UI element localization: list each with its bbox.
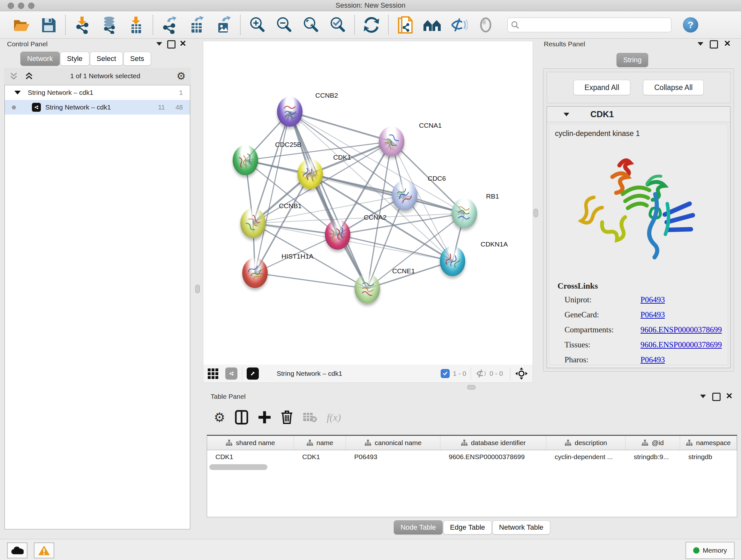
selected-checkbox[interactable]	[441, 369, 450, 378]
network-node-CDC25B[interactable]	[232, 145, 258, 175]
left-splitter-handle[interactable]	[195, 285, 200, 293]
table-cell: stringdb:9...	[625, 453, 680, 461]
tab-network-table[interactable]: Network Table	[492, 520, 550, 535]
save-session-button[interactable]	[39, 15, 58, 35]
show-all-button[interactable]	[476, 15, 495, 35]
column-header-name[interactable]: name	[294, 436, 346, 450]
column-header--id[interactable]: @id	[625, 436, 680, 450]
table-panel-collapse-icon[interactable]	[700, 395, 706, 398]
network-node-HIST1H1A[interactable]	[242, 258, 268, 288]
collapse-all-icon[interactable]	[9, 71, 18, 81]
zoom-out-button[interactable]	[274, 15, 293, 35]
crosslink-link[interactable]: 9606.ENSP00000378699	[641, 340, 722, 349]
tab-node-table[interactable]: Node Table	[394, 520, 443, 535]
zoom-in-button[interactable]	[248, 15, 267, 35]
birdseye-grid-icon[interactable]	[208, 368, 218, 379]
open-session-button[interactable]	[12, 15, 31, 35]
network-node-CDC6[interactable]	[392, 180, 417, 210]
table-panel-float-icon[interactable]	[712, 393, 721, 401]
warning-button[interactable]	[34, 543, 54, 558]
network-edge[interactable]	[367, 261, 453, 289]
export-image-button[interactable]	[214, 15, 233, 35]
control-panel-close-icon[interactable]: ✕	[179, 40, 186, 47]
table-options-gear-icon[interactable]: ⚙	[214, 411, 225, 424]
tab-select[interactable]: Select	[90, 52, 123, 66]
function-builder-button[interactable]: f(x)	[327, 412, 341, 423]
refresh-button[interactable]	[362, 15, 381, 35]
column-header-canonical-name[interactable]: canonical name	[346, 436, 441, 450]
crosslink-link[interactable]: P06493	[641, 355, 665, 364]
crosslink-link[interactable]: P06493	[641, 310, 665, 319]
network-row[interactable]: String Network – cdk1 11 48	[5, 100, 190, 115]
window-minimize-light[interactable]	[18, 3, 24, 9]
control-panel-tabs: NetworkStyleSelectSets	[20, 52, 151, 66]
collapse-all-button[interactable]: Collapse All	[643, 80, 704, 95]
gene-collapse-icon[interactable]	[563, 113, 569, 116]
column-header-shared-name[interactable]: shared name	[207, 436, 294, 450]
share-view-icon[interactable]	[225, 368, 238, 380]
bottom-splitter-handle[interactable]	[467, 385, 475, 389]
network-edge[interactable]	[338, 235, 453, 261]
network-collection-row[interactable]: String Network – cdk1 1	[5, 85, 190, 100]
network-node-RB1[interactable]	[452, 198, 477, 228]
open-in-browser-icon[interactable]	[247, 368, 259, 380]
table-row[interactable]: CDK1CDK1P064939606.ENSP00000378699cyclin…	[207, 450, 737, 463]
network-node-CCNB2[interactable]	[277, 97, 302, 127]
export-network-button[interactable]	[160, 15, 179, 35]
delete-column-icon[interactable]	[281, 410, 293, 425]
string-home-button[interactable]	[422, 15, 442, 35]
network-canvas[interactable]: CCNB2CCNA1CDC25BCDK1CDC6RB1CCNB1CCNA2CDK…	[203, 41, 533, 365]
right-splitter-handle[interactable]	[534, 209, 538, 217]
tab-string[interactable]: String	[616, 53, 648, 67]
import-table-button[interactable]	[126, 15, 145, 35]
gene-card-header[interactable]: CDK1	[547, 107, 730, 122]
cloud-button[interactable]	[7, 543, 27, 558]
window-zoom-light[interactable]	[28, 3, 35, 9]
network-node-CCNA1[interactable]	[379, 126, 404, 157]
network-edge[interactable]	[255, 273, 367, 289]
tree-expand-icon[interactable]	[14, 91, 21, 95]
help-button[interactable]: ?	[683, 17, 698, 33]
network-edge[interactable]	[290, 112, 392, 141]
results-panel-collapse-icon[interactable]	[697, 42, 703, 46]
network-node-CCNA2[interactable]	[325, 220, 350, 250]
search-field[interactable]	[508, 17, 671, 32]
crosslink-link[interactable]: P06493	[641, 295, 665, 304]
import-network-database-button[interactable]	[99, 15, 119, 35]
zoom-fit-button[interactable]	[301, 15, 320, 35]
export-table-button[interactable]	[187, 15, 206, 35]
share-file-button[interactable]	[396, 15, 415, 35]
network-edge[interactable]	[290, 112, 367, 289]
tab-style[interactable]: Style	[60, 52, 89, 66]
create-column-icon[interactable]	[258, 410, 271, 425]
results-panel-close-icon[interactable]: ✕	[724, 40, 731, 47]
pan-target-icon[interactable]	[515, 367, 528, 380]
expand-all-icon[interactable]	[24, 71, 34, 81]
column-header-database-identifier[interactable]: database identifier	[441, 436, 546, 450]
memory-button[interactable]: Memory	[685, 542, 735, 559]
crosslink-link[interactable]: 9606.ENSP00000378699	[641, 325, 722, 334]
expand-all-button[interactable]: Expand All	[574, 80, 630, 95]
zoom-selected-button[interactable]	[328, 15, 347, 35]
network-node-CDK1[interactable]	[297, 159, 323, 189]
hide-selected-button[interactable]	[449, 15, 468, 35]
horizontal-scrollbar-thumb[interactable]	[209, 464, 267, 470]
import-network-file-button[interactable]	[73, 15, 92, 35]
control-panel-float-icon[interactable]	[167, 40, 176, 49]
column-header-namespace[interactable]: namespace	[680, 436, 737, 450]
results-panel-float-icon[interactable]	[710, 40, 718, 49]
network-node-CCNB1[interactable]	[240, 208, 266, 238]
network-node-CCNE1[interactable]	[354, 273, 380, 304]
column-header-description[interactable]: description	[546, 436, 625, 450]
delete-table-icon[interactable]	[302, 412, 317, 423]
network-options-gear-icon[interactable]: ⚙	[177, 71, 186, 81]
tab-edge-table[interactable]: Edge Table	[443, 520, 492, 535]
network-node-CDKN1A[interactable]	[440, 246, 465, 276]
control-panel-collapse-icon[interactable]	[156, 42, 162, 46]
search-input[interactable]	[522, 21, 668, 29]
show-columns-icon[interactable]	[235, 410, 248, 425]
tab-sets[interactable]: Sets	[124, 52, 151, 66]
table-panel-close-icon[interactable]: ✕	[726, 393, 733, 399]
window-close-light[interactable]	[8, 3, 14, 9]
tab-network[interactable]: Network	[20, 52, 60, 66]
